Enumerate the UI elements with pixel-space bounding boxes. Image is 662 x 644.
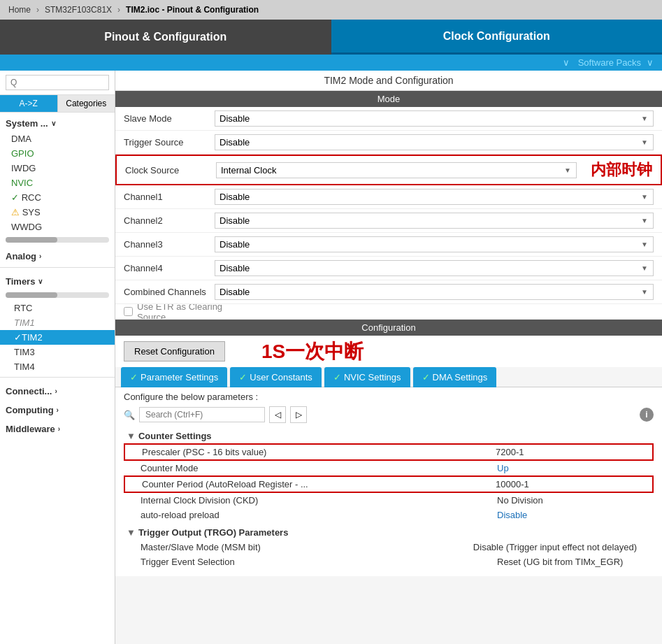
use-etr-checkbox[interactable] [124, 307, 133, 316]
info-icon[interactable]: i [640, 408, 654, 422]
bc-home[interactable]: Home [8, 5, 31, 15]
params-search-input[interactable] [139, 407, 265, 422]
param-row-trigger-event: Trigger Event Selection Reset (UG bit fr… [124, 554, 654, 569]
bc-chip[interactable]: STM32F103C81X [45, 5, 112, 15]
main-layout: A->Z Categories System ... ∨ DMA GPIO IW… [0, 71, 662, 644]
tab-parameter-settings[interactable]: ✓ Parameter Settings [121, 367, 227, 387]
slave-mode-label: Slave Mode [124, 113, 215, 124]
sidebar-system-header[interactable]: System ... ∨ [0, 115, 115, 131]
sidebar-item-tim2[interactable]: TIM2 [0, 330, 115, 345]
sidebar-divider-2 [0, 377, 115, 378]
ckd-value[interactable]: No Division [497, 495, 637, 506]
nav-prev-button[interactable]: ◁ [269, 406, 286, 423]
config-header-row: Reset Configuration 1S一次中断 [115, 336, 662, 367]
counter-period-value[interactable]: 10000-1 [496, 479, 635, 489]
tab-dma-settings[interactable]: ✓ DMA Settings [413, 367, 497, 387]
channel2-select-wrapper: Disable [215, 213, 654, 229]
sort-az-button[interactable]: A->Z [0, 95, 58, 112]
combined-channels-label: Combined Channels [124, 287, 215, 297]
tab-user-constants[interactable]: ✓ User Constants [230, 367, 322, 387]
param-row-prescaler: Prescaler (PSC - 16 bits value) 7200-1 [124, 443, 654, 461]
check-icon: ✓ [130, 372, 138, 382]
sidebar-timers-header[interactable]: Timers ∨ [0, 273, 115, 289]
software-packs-bar[interactable]: ∨ Software Packs ∨ [0, 55, 662, 71]
sidebar-analog-header[interactable]: Analog › [0, 248, 115, 264]
prescaler-label: Prescaler (PSC - 16 bits value) [142, 447, 496, 457]
sidebar-item-tim3[interactable]: TIM3 [0, 345, 115, 359]
sidebar-computing-header[interactable]: Computing › [0, 402, 115, 418]
slave-mode-select[interactable]: Disable [215, 110, 654, 127]
config-tabs: ✓ Parameter Settings ✓ User Constants ✓ … [115, 367, 662, 387]
trigger-output-group: ▼ Trigger Output (TRGO) Parameters Maste… [124, 525, 654, 569]
channel1-select[interactable]: Disable [215, 189, 654, 205]
sidebar-item-sys[interactable]: SYS [0, 205, 115, 220]
chevron-down-icon: ∨ [38, 278, 43, 285]
sidebar-section-computing: Computing › [0, 402, 115, 418]
sidebar-middleware-header[interactable]: Middleware › [0, 421, 115, 437]
counter-settings-header[interactable]: ▼ Counter Settings [124, 429, 654, 443]
bc-sep2: › [117, 5, 120, 15]
channel2-select[interactable]: Disable [215, 213, 654, 229]
annotation-1s-interrupt: 1S一次中断 [261, 338, 364, 365]
sidebar-item-tim1[interactable]: TIM1 [0, 315, 115, 330]
msm-label: Master/Slave Mode (MSM bit) [141, 542, 473, 552]
counter-period-label: Counter Period (AutoReload Register - ..… [142, 479, 496, 489]
chevron-right-icon: › [39, 252, 41, 260]
channel3-select-wrapper: Disable [215, 236, 654, 252]
sidebar-item-wwdg[interactable]: WWDG [0, 220, 115, 234]
search-input[interactable] [6, 75, 109, 90]
reset-config-button[interactable]: Reset Configuration [124, 341, 225, 362]
sidebar-item-gpio[interactable]: GPIO [0, 146, 115, 161]
autoreload-value[interactable]: Disable [497, 510, 637, 520]
channel3-label: Channel3 [124, 239, 215, 250]
ckd-label: Internal Clock Division (CKD) [141, 495, 497, 506]
sidebar-scroll-timers[interactable] [6, 292, 109, 298]
trigger-source-select-wrapper: Disable [215, 134, 654, 150]
sidebar-connectivity-header[interactable]: Connecti... › [0, 383, 115, 399]
channel3-select[interactable]: Disable [215, 236, 654, 252]
combined-channels-select-wrapper: Disable [215, 284, 654, 300]
clock-source-select-wrapper: Internal Clock [216, 162, 577, 178]
sidebar-search-area [0, 71, 115, 95]
config-below-label: Configure the below parameters : [124, 392, 654, 402]
channel4-select[interactable]: Disable [215, 260, 654, 276]
channel4-select-wrapper: Disable [215, 260, 654, 276]
channel1-select-wrapper: Disable [215, 189, 654, 205]
nav-next-button[interactable]: ▷ [290, 406, 307, 423]
tab-pinout[interactable]: Pinout & Configuration [0, 20, 331, 55]
combined-channels-select[interactable]: Disable [215, 284, 654, 300]
trigger-output-header[interactable]: ▼ Trigger Output (TRGO) Parameters [124, 525, 654, 540]
annotation-internal-clock: 内部时钟 [591, 159, 652, 180]
top-tabs: Pinout & Configuration Clock Configurati… [0, 20, 662, 55]
sidebar-item-tim4[interactable]: TIM4 [0, 359, 115, 374]
clock-source-row: Clock Source Internal Clock 内部时钟 [115, 155, 662, 185]
triangle-icon: ▼ [127, 431, 136, 441]
chevron-right-icon: › [57, 406, 59, 414]
tab-clock[interactable]: Clock Configuration [331, 20, 663, 55]
sidebar-item-rtc[interactable]: RTC [0, 301, 115, 315]
clock-source-select[interactable]: Internal Clock [216, 162, 577, 178]
search-icon: 🔍 [124, 410, 135, 420]
trigger-source-label: Trigger Source [124, 137, 215, 148]
sort-categories-button[interactable]: Categories [58, 95, 115, 112]
slave-mode-select-wrapper: Disable [215, 110, 654, 127]
sidebar-item-dma[interactable]: DMA [0, 131, 115, 146]
sw-packs-label: Software Packs [578, 57, 641, 68]
trigger-source-row: Trigger Source Disable [115, 131, 662, 155]
channel2-row: Channel2 Disable [115, 209, 662, 233]
counter-mode-value[interactable]: Up [497, 463, 637, 473]
trigger-source-select[interactable]: Disable [215, 134, 654, 150]
prescaler-value[interactable]: 7200-1 [496, 447, 635, 457]
sidebar-item-iwdg[interactable]: IWDG [0, 161, 115, 176]
sidebar: A->Z Categories System ... ∨ DMA GPIO IW… [0, 71, 115, 644]
tab-nvic-settings[interactable]: ✓ NVIC Settings [324, 367, 410, 387]
sidebar-scroll-system[interactable] [6, 237, 109, 243]
chevron-down-icon: ∨ [563, 57, 570, 68]
trigger-event-value: Reset (UG bit from TIMx_EGR) [497, 557, 637, 567]
trigger-event-label: Trigger Event Selection [141, 557, 497, 567]
sidebar-item-rcc[interactable]: RCC [0, 190, 115, 205]
check-icon: ✓ [239, 372, 247, 382]
counter-settings-group: ▼ Counter Settings Prescaler (PSC - 16 b… [124, 429, 654, 522]
sidebar-item-nvic[interactable]: NVIC [0, 176, 115, 190]
config-section: Configuration Reset Configuration 1S一次中断… [115, 320, 662, 576]
